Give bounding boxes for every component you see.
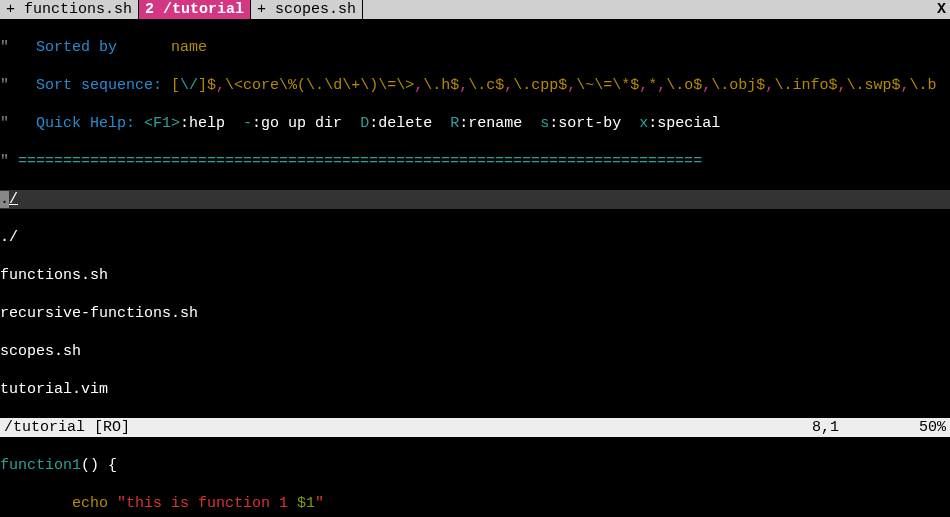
list-item-file[interactable]: functions.sh — [0, 266, 950, 285]
special-text: :special — [648, 115, 720, 132]
list-item-file[interactable]: scopes.sh — [0, 342, 950, 361]
list-item-file[interactable]: tutorial.vim — [0, 380, 950, 399]
divider: ========================================… — [18, 153, 702, 170]
string-literal: "this is function 1 — [117, 495, 297, 512]
tab-modified-count: 2 — [145, 1, 154, 18]
variable: $1 — [297, 495, 315, 512]
status-filename: /tutorial [RO] — [4, 418, 130, 437]
comment-quote: " — [0, 115, 36, 132]
sorted-by-value: name — [171, 39, 207, 56]
goup-text: :go up dir — [252, 115, 360, 132]
sort-seq-label: Sort sequence: — [36, 77, 171, 94]
rename-text: :rename — [459, 115, 540, 132]
cursor-line[interactable]: ./ — [0, 190, 950, 209]
delete-text: :delete — [369, 115, 450, 132]
sort-seq-value: [\/]$,\<core\%(\.\d\+\)\=\>,\.h$,\.c$,\.… — [171, 77, 936, 94]
sort-text: :sort-by — [549, 115, 639, 132]
comment-quote: " — [0, 39, 36, 56]
quick-help-label: Quick Help: — [36, 115, 144, 132]
special-key: x — [639, 115, 648, 132]
delete-key: D — [360, 115, 369, 132]
help-key: <F1> — [144, 115, 180, 132]
cursor-char: . — [0, 191, 9, 208]
comment-quote: " — [0, 77, 36, 94]
string-end: " — [315, 495, 324, 512]
goup-key: - — [243, 115, 252, 132]
tab-title: /tutorial — [163, 1, 244, 18]
function-name: function1 — [0, 457, 81, 474]
cursor-rest: / — [9, 191, 18, 208]
tab-tutorial[interactable]: 2 /tutorial — [139, 0, 251, 19]
status-percent: 50% — [919, 418, 946, 437]
tab-close-icon[interactable]: X — [933, 0, 950, 19]
status-line-top: /tutorial [RO] 8,1 50% — [0, 418, 950, 437]
brace-open: () { — [81, 457, 117, 474]
sorted-by-label: Sorted by — [36, 39, 171, 56]
tab-scopes[interactable]: + scopes.sh — [251, 0, 363, 19]
sort-key: s — [540, 115, 549, 132]
list-item-file[interactable]: recursive-functions.sh — [0, 304, 950, 323]
tab-line: + functions.sh 2 /tutorial + scopes.sh X — [0, 0, 950, 19]
help-text: :help — [180, 115, 243, 132]
code-pane[interactable]: function1() { echo "this is function 1 $… — [0, 437, 950, 517]
list-item-parent[interactable]: ./ — [0, 228, 950, 247]
echo-keyword: echo — [72, 495, 108, 512]
netrw-pane[interactable]: " Sorted by name " Sort sequence: [\/]$,… — [0, 19, 950, 418]
tab-functions[interactable]: + functions.sh — [0, 0, 139, 19]
rename-key: R — [450, 115, 459, 132]
status-position: 8,1 — [812, 418, 919, 437]
